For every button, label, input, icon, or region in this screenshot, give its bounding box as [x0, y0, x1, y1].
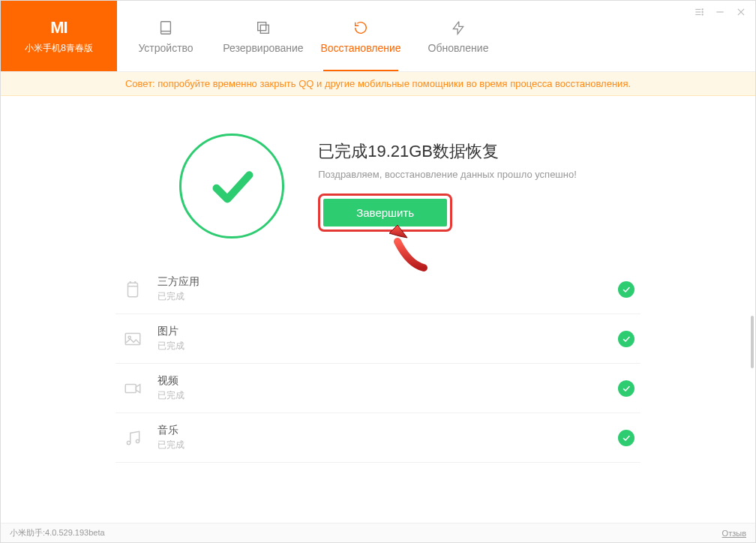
- status-done-icon: [618, 331, 634, 347]
- image-icon: [122, 328, 144, 350]
- status-done-icon: [618, 430, 634, 446]
- svg-point-21: [127, 441, 130, 444]
- version-label: 小米助手:4.0.529.193beta: [10, 527, 105, 538]
- svg-rect-0: [161, 22, 171, 34]
- item-status: 已完成: [158, 340, 184, 352]
- tab-update[interactable]: Обновление: [410, 1, 507, 71]
- status-done-icon: [618, 380, 634, 397]
- svg-rect-19: [125, 384, 136, 392]
- tip-bar: Совет: попробуйте временно закрыть QQ и …: [1, 72, 755, 96]
- success-title: 已完成19.21GB数据恢复: [318, 140, 577, 163]
- success-check-icon: [179, 134, 284, 238]
- svg-point-16: [135, 281, 136, 282]
- brand-block: MI 小米手机8青春版: [1, 1, 117, 71]
- apps-icon: [122, 278, 144, 301]
- tab-label: Устройство: [138, 42, 193, 54]
- tab-backup[interactable]: Резервирование: [214, 1, 312, 71]
- svg-rect-13: [128, 283, 138, 296]
- svg-point-9: [702, 14, 703, 15]
- restore-item-list: 三方应用 已完成 图片 已完成 视频 已完成: [116, 265, 640, 463]
- device-name: 小米手机8青春版: [1, 42, 117, 55]
- list-item-music: 音乐 已完成: [116, 413, 640, 463]
- minimize-icon[interactable]: [715, 7, 725, 20]
- svg-rect-2: [258, 22, 266, 31]
- svg-point-22: [136, 440, 139, 442]
- mi-logo: MI: [1, 18, 117, 38]
- menu-icon[interactable]: [694, 7, 704, 20]
- finish-button[interactable]: Завершить: [323, 199, 447, 226]
- close-icon[interactable]: [736, 7, 746, 20]
- svg-rect-3: [260, 25, 268, 33]
- music-icon: [122, 427, 144, 449]
- device-icon: [158, 18, 174, 38]
- svg-point-8: [702, 11, 703, 12]
- item-title: 三方应用: [158, 275, 200, 289]
- item-title: 视频: [158, 374, 184, 388]
- finish-button-highlight: Завершить: [318, 194, 452, 232]
- restore-icon: [352, 18, 369, 38]
- item-status: 已完成: [158, 290, 200, 303]
- list-item-video: 视频 已完成: [116, 364, 640, 413]
- status-done-icon: [618, 281, 634, 298]
- tab-label: Резервирование: [223, 42, 303, 54]
- update-icon: [451, 18, 466, 38]
- success-subtitle: Поздравляем, восстановление данных прошл…: [318, 169, 577, 180]
- tab-label: Восстановление: [320, 42, 400, 54]
- header: MI 小米手机8青春版 Устройство Резервирование Во…: [1, 1, 755, 72]
- svg-rect-17: [125, 333, 140, 344]
- window-controls: [694, 7, 746, 20]
- svg-point-18: [128, 336, 130, 338]
- tab-device[interactable]: Устройство: [117, 1, 214, 71]
- tab-label: Обновление: [428, 42, 489, 54]
- tab-restore[interactable]: Восстановление: [312, 1, 410, 71]
- footer: 小米助手:4.0.529.193beta Отзыв: [1, 523, 755, 542]
- svg-point-7: [702, 9, 703, 10]
- svg-marker-20: [136, 384, 140, 392]
- video-icon: [122, 377, 144, 400]
- tabs: Устройство Резервирование Восстановление…: [117, 1, 507, 71]
- list-item-images: 图片 已完成: [116, 314, 640, 364]
- success-text: 已完成19.21GB数据恢复 Поздравляем, восстановлен…: [318, 140, 577, 232]
- item-status: 已完成: [158, 439, 184, 452]
- scrollbar-thumb[interactable]: [751, 316, 754, 368]
- item-status: 已完成: [158, 389, 184, 402]
- svg-point-15: [130, 281, 130, 282]
- backup-icon: [255, 18, 272, 38]
- item-title: 图片: [158, 325, 184, 338]
- success-area: 已完成19.21GB数据恢复 Поздравляем, восстановлен…: [1, 96, 755, 265]
- item-title: 音乐: [158, 424, 184, 437]
- list-item-apps: 三方应用 已完成: [116, 265, 640, 314]
- feedback-link[interactable]: Отзыв: [722, 529, 746, 538]
